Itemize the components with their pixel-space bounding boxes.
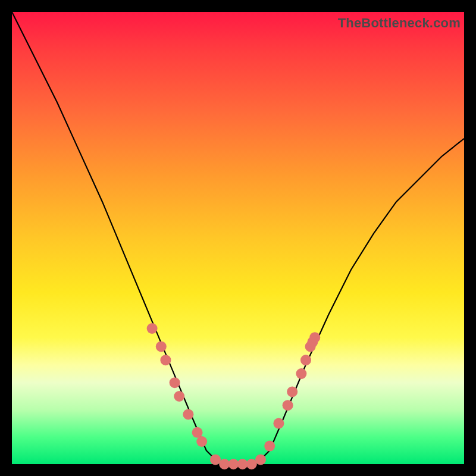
bottleneck-chart — [12, 12, 464, 464]
data-marker — [255, 454, 266, 465]
data-marker — [170, 377, 180, 388]
data-marker — [300, 355, 311, 365]
data-marker — [287, 386, 298, 397]
data-marker — [196, 436, 207, 447]
data-marker — [283, 400, 293, 411]
data-marker — [147, 323, 158, 334]
data-marker — [296, 368, 306, 379]
data-marker — [156, 341, 167, 352]
data-marker — [273, 418, 284, 429]
marker-group — [147, 323, 321, 469]
chart-frame: TheBottleneck.com — [12, 12, 464, 464]
data-marker — [264, 441, 275, 452]
data-marker — [183, 409, 193, 419]
data-marker — [174, 391, 184, 402]
data-marker — [160, 355, 171, 365]
curve-line — [12, 12, 464, 464]
data-marker — [309, 332, 320, 343]
